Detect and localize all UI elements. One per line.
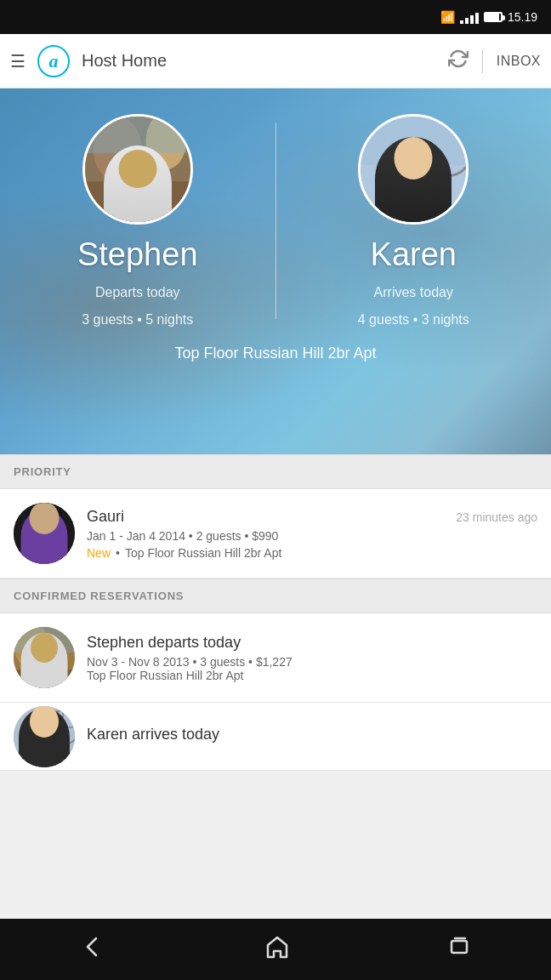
svg-rect-7 [125, 171, 137, 179]
svg-rect-51 [55, 730, 60, 747]
svg-rect-17 [361, 117, 466, 165]
toolbar: ☰ a Host Home INBOX [0, 34, 551, 88]
avatar-karen-confirmed [14, 706, 75, 767]
stephen-confirmed-property: Top Floor Russian Hill 2br Apt [87, 669, 537, 682]
status-bar: 📶 15.19 [0, 0, 551, 34]
svg-rect-41 [45, 661, 55, 667]
hero-property: Top Floor Russian Hill 2br Apt [174, 345, 376, 362]
gauri-name: Gauri [87, 508, 124, 526]
hero-guest2-name: Karen [371, 236, 457, 273]
karen-confirmed-content: Karen arrives today [87, 726, 537, 747]
hero-guest2-details: 4 guests • 3 nights [358, 312, 469, 328]
svg-rect-4 [85, 117, 190, 153]
toolbar-divider [482, 49, 483, 73]
hero-guest1-details: 3 guests • 5 nights [82, 312, 193, 328]
gauri-dot: • [116, 546, 120, 560]
hero-guest-karen[interactable]: Karen Arrives today 4 guests • 3 nights [276, 114, 552, 328]
svg-rect-26 [26, 524, 32, 550]
wifi-icon: 📶 [440, 10, 455, 24]
app-logo: a [37, 45, 70, 77]
svg-point-20 [392, 149, 435, 178]
svg-point-30 [35, 526, 40, 532]
avatar-gauri [14, 503, 75, 564]
stephen-confirmed-content: Stephen departs today Nov 3 - Nov 8 2013… [87, 634, 537, 682]
svg-point-49 [28, 718, 60, 742]
recent-apps-button[interactable] [448, 935, 472, 964]
svg-point-36 [20, 669, 68, 688]
svg-rect-40 [34, 661, 44, 667]
svg-rect-27 [56, 524, 63, 550]
svg-rect-22 [428, 163, 435, 188]
back-button[interactable] [79, 933, 106, 966]
svg-rect-52 [452, 941, 467, 953]
priority-section-header: PRIORITY [0, 454, 551, 489]
list-item-stephen-confirmed[interactable]: Stephen departs today Nov 3 - Nov 8 2013… [0, 613, 551, 703]
svg-point-37 [31, 647, 58, 675]
karen-confirmed-title: Karen arrives today [87, 726, 537, 744]
avatar-stephen [82, 114, 193, 225]
gauri-content: Gauri 23 minutes ago Jan 1 - Jan 4 2014 … [87, 508, 537, 560]
gauri-time: 23 minutes ago [456, 510, 537, 524]
hero-banner: Stephen Departs today 3 guests • 5 night… [0, 88, 551, 454]
stephen-confirmed-title: Stephen departs today [87, 634, 537, 652]
confirmed-section-header: CONFIRMED RESERVATIONS [0, 578, 551, 613]
toolbar-actions: INBOX [448, 48, 541, 73]
svg-rect-8 [139, 171, 151, 179]
svg-rect-50 [28, 730, 33, 747]
svg-point-25 [29, 515, 60, 545]
toolbar-title: Host Home [82, 51, 440, 71]
gauri-new-badge: New [87, 546, 111, 560]
svg-point-24 [26, 504, 63, 535]
svg-rect-38 [31, 649, 58, 661]
svg-point-5 [105, 185, 170, 225]
signal-icon [460, 10, 479, 24]
avatar-karen [358, 114, 469, 225]
svg-rect-11 [116, 170, 160, 174]
svg-rect-43 [14, 706, 75, 767]
svg-point-18 [379, 190, 447, 225]
svg-point-6 [120, 157, 156, 193]
time-display: 15.19 [508, 10, 537, 24]
list-item-karen-confirmed[interactable]: Karen arrives today [0, 703, 551, 771]
hero-guest2-status: Arrives today [374, 285, 453, 300]
svg-rect-21 [392, 163, 399, 188]
hero-guest1-name: Stephen [77, 236, 198, 273]
svg-point-47 [19, 749, 70, 767]
svg-rect-34 [14, 669, 75, 688]
bottom-nav [0, 919, 551, 980]
list-item-gauri[interactable]: Gauri 23 minutes ago Jan 1 - Jan 4 2014 … [0, 489, 551, 578]
status-icons: 📶 15.19 [440, 10, 537, 24]
svg-rect-10 [120, 159, 156, 174]
svg-point-28 [25, 533, 30, 538]
svg-rect-3 [85, 181, 190, 222]
inbox-button[interactable]: INBOX [497, 54, 541, 69]
gauri-status-row: New • Top Floor Russian Hill 2br Apt [87, 546, 537, 560]
svg-rect-39 [27, 658, 61, 662]
hamburger-icon[interactable]: ☰ [10, 51, 26, 71]
svg-point-31 [48, 526, 54, 532]
gauri-dates: Jan 1 - Jan 4 2014 • 2 guests • $990 [87, 529, 537, 543]
hero-guest-divider [276, 122, 276, 319]
svg-point-29 [19, 545, 70, 564]
avatar-stephen-confirmed [14, 627, 75, 688]
battery-icon [484, 12, 503, 22]
hero-guest1-status: Departs today [95, 285, 180, 300]
svg-rect-13 [361, 165, 466, 222]
hero-guests: Stephen Departs today 3 guests • 5 night… [0, 88, 551, 328]
stephen-confirmed-dates: Nov 3 - Nov 8 2013 • 3 guests • $1,227 [87, 655, 537, 669]
hero-guest-stephen[interactable]: Stephen Departs today 3 guests • 5 night… [0, 114, 276, 328]
svg-point-19 [395, 157, 431, 193]
svg-rect-35 [14, 627, 75, 652]
svg-rect-23 [14, 503, 75, 564]
home-button[interactable] [264, 934, 290, 965]
refresh-icon[interactable] [448, 48, 469, 73]
scroll-content: Stephen Departs today 3 guests • 5 night… [0, 88, 551, 832]
gauri-property: Top Floor Russian Hill 2br Apt [125, 546, 281, 560]
svg-point-48 [31, 726, 58, 754]
